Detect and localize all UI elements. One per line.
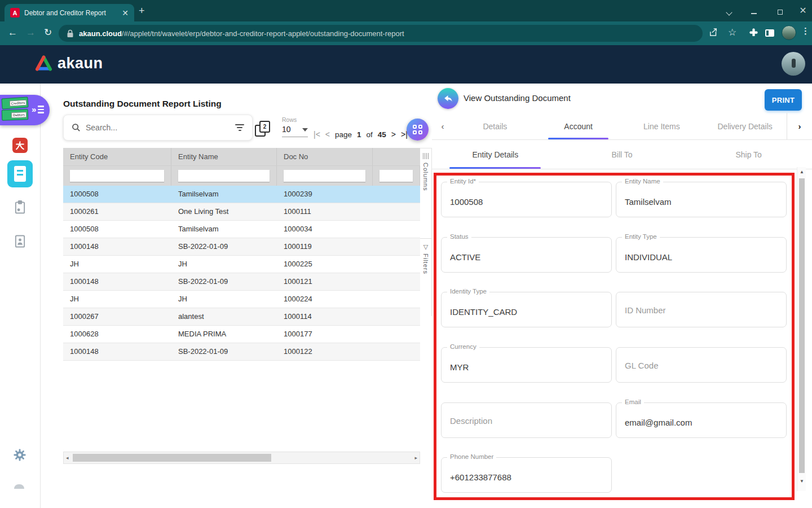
browser-profile-avatar[interactable] xyxy=(782,25,796,40)
header-doc-no[interactable]: Doc No xyxy=(277,148,373,165)
sidebar-item-badge[interactable] xyxy=(14,234,27,251)
table-row[interactable]: 1000508 Tamilselvam 1000034 xyxy=(63,221,420,238)
entity-id-field[interactable]: Entity Id* 1000508 xyxy=(441,182,612,217)
prev-page-button[interactable]: < xyxy=(325,130,330,139)
browser-back-icon[interactable]: ← xyxy=(8,27,17,38)
scroll-right-arrow-icon[interactable]: ▸ xyxy=(414,454,417,462)
window-minimize-button[interactable] xyxy=(748,8,760,17)
gl-code-field[interactable]: GL Code xyxy=(616,347,787,383)
user-avatar[interactable] xyxy=(782,52,805,76)
share-icon[interactable] xyxy=(708,27,718,40)
description-field[interactable]: Description xyxy=(441,402,612,438)
new-tab-button[interactable]: + xyxy=(139,5,145,17)
filters-toggle[interactable]: ▽ Filters xyxy=(420,239,431,274)
tabs-scroll-left-icon[interactable]: ‹ xyxy=(432,113,453,139)
next-page-button[interactable]: > xyxy=(391,130,396,139)
grid-icon xyxy=(413,125,422,134)
browser-forward-icon[interactable]: → xyxy=(26,27,36,38)
filter-entity-code-input[interactable] xyxy=(70,170,164,182)
table-row[interactable]: 1000628 MEDIA PRIMA 1000177 xyxy=(63,326,420,343)
id-number-field[interactable]: ID Number xyxy=(616,292,787,327)
duplicate-pages-icon[interactable]: 2 xyxy=(255,121,270,137)
cell-extra xyxy=(373,273,420,290)
back-button[interactable] xyxy=(438,88,458,109)
entity-type-field[interactable]: Entity Type INDIVIDUAL xyxy=(616,237,787,273)
table-row[interactable]: JH JH 1000225 xyxy=(63,256,420,273)
sidebar-profile[interactable] xyxy=(14,483,25,494)
extensions-puzzle-icon[interactable] xyxy=(749,28,758,40)
table-row[interactable]: 1000261 One Living Test 1000111 xyxy=(63,203,420,221)
cell-entity-code: JH xyxy=(63,291,171,308)
sidebar-item-document-app[interactable] xyxy=(7,160,33,187)
tab-delivery-details[interactable]: Delivery Details xyxy=(703,113,787,139)
tab-close-icon[interactable]: ✕ xyxy=(122,8,129,17)
entity-name-field[interactable]: Entity Name Tamilselvam xyxy=(616,182,787,217)
browser-menu-kebab-icon[interactable]: ⋮ xyxy=(801,26,810,36)
scroll-left-arrow-icon[interactable]: ◂ xyxy=(66,454,69,462)
filter-list-icon[interactable] xyxy=(235,124,244,131)
cell-entity-name: SB-2022-01-09 xyxy=(171,238,277,255)
identity-type-field[interactable]: Identity Type IDENTITY_CARD xyxy=(441,292,612,327)
subtab-bill-to[interactable]: Bill To xyxy=(559,140,686,169)
horizontal-scrollbar-thumb[interactable] xyxy=(73,454,271,462)
table-row[interactable]: 1000148 SB-2022-01-09 1000119 xyxy=(63,238,420,256)
search-input[interactable] xyxy=(86,123,230,132)
first-page-button[interactable]: |< xyxy=(314,130,320,139)
cell-entity-name: One Living Test xyxy=(171,203,277,220)
scroll-down-arrow-icon[interactable]: ▼ xyxy=(797,479,806,484)
browser-toolbar: ← → ↻ akaun.cloud/#/applet/tnt/wavelet/e… xyxy=(0,21,812,45)
browser-refresh-icon[interactable]: ↻ xyxy=(44,27,52,38)
side-panel-icon[interactable] xyxy=(765,29,774,39)
sidebar-item-debtor-creditor-applet[interactable]: Creditors Debtors » xyxy=(0,95,50,125)
tab-line-items[interactable]: Line Items xyxy=(620,113,704,139)
listing-title: Outstanding Document Report Listing xyxy=(63,99,222,109)
expand-menu-icon[interactable]: » xyxy=(32,104,44,115)
table-row[interactable]: 1000148 SB-2022-01-09 1000121 xyxy=(63,273,420,291)
grip-icon xyxy=(423,153,429,159)
search-box[interactable] xyxy=(63,115,253,141)
vertical-scrollbar-thumb[interactable] xyxy=(799,178,805,473)
print-button[interactable]: PRINT xyxy=(765,89,802,111)
filter-doc-no-input[interactable] xyxy=(284,170,365,182)
akaun-logo[interactable]: akaun xyxy=(35,55,103,72)
rows-dropdown-caret-icon[interactable] xyxy=(302,128,308,132)
columns-toggle[interactable]: Columns xyxy=(420,148,431,239)
table-row[interactable]: 1000148 SB-2022-01-09 1000122 xyxy=(63,343,420,361)
address-bar[interactable]: akaun.cloud/#/applet/tnt/wavelet/erp/deb… xyxy=(59,25,703,42)
tab-details[interactable]: Details xyxy=(453,113,537,139)
header-entity-name[interactable]: Entity Name xyxy=(171,148,277,165)
vertical-scrollbar[interactable]: ▲ ▼ xyxy=(797,167,806,491)
header-entity-code[interactable]: Entity Code xyxy=(63,148,171,165)
columns-label: Columns xyxy=(422,163,429,191)
table-row[interactable]: 1000267 alantest 1000114 xyxy=(63,308,420,326)
table-row[interactable]: 1000508 Tamilselvam 1000239 xyxy=(63,186,420,203)
cell-entity-name: JH xyxy=(171,291,277,308)
window-restore-button[interactable] xyxy=(774,7,786,16)
bookmark-star-icon[interactable]: ☆ xyxy=(728,27,736,38)
table-row[interactable]: JH JH 1000224 xyxy=(63,291,420,308)
tabs-scroll-right-icon[interactable]: › xyxy=(787,113,812,139)
filter-entity-name-input[interactable] xyxy=(178,170,270,182)
email-field[interactable]: Email email@gmail.com xyxy=(616,402,787,438)
sidebar-settings[interactable] xyxy=(13,448,27,464)
cell-extra xyxy=(373,186,420,203)
url-text: akaun.cloud/#/applet/tnt/wavelet/erp/deb… xyxy=(79,28,404,38)
phone-number-field[interactable]: Phone Number +601233877688 xyxy=(441,457,612,493)
scroll-up-arrow-icon[interactable]: ▲ xyxy=(797,169,806,174)
window-close-button[interactable]: ✕ xyxy=(797,5,809,16)
browser-tab[interactable]: A Debtor and Creditor Report ✕ xyxy=(5,4,134,21)
sidebar-item-clipboard[interactable] xyxy=(14,200,27,217)
subtab-ship-to[interactable]: Ship To xyxy=(685,140,812,169)
currency-field[interactable]: Currency MYR xyxy=(441,347,612,383)
filter-extra-input[interactable] xyxy=(379,170,413,182)
tab-account[interactable]: Account xyxy=(537,113,620,139)
grid-view-button[interactable] xyxy=(407,119,429,141)
subtab-entity-details[interactable]: Entity Details xyxy=(432,140,559,169)
status-field[interactable]: Status ACTIVE xyxy=(441,237,612,273)
window-menu-chevron-icon[interactable] xyxy=(723,7,735,16)
cell-doc-no: 1000239 xyxy=(277,186,373,203)
dai-character-icon xyxy=(15,140,25,151)
cell-entity-name: JH xyxy=(171,256,277,273)
horizontal-scrollbar[interactable]: ◂ ▸ xyxy=(63,452,420,464)
sidebar-item-dai-app[interactable] xyxy=(12,138,28,153)
